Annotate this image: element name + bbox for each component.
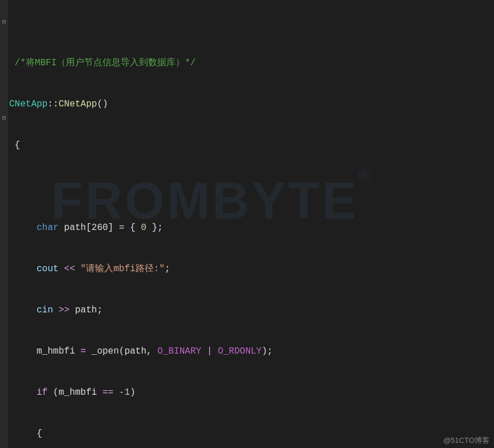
- fold-minus-icon[interactable]: ⊟: [1, 15, 7, 29]
- fold-minus-icon[interactable]: ⊟: [1, 111, 7, 125]
- code-editor[interactable]: ⊟ ⊟ /*将MBFI（用户节点信息导入到数据库）*/ CNetApp::CNe…: [0, 0, 494, 448]
- code-line: /*将MBFI（用户节点信息导入到数据库）*/: [0, 56, 494, 70]
- code-line: cin >> path;: [0, 303, 494, 317]
- code-line: m_hmbfi = _open(path, O_BINARY | O_RDONL…: [0, 344, 494, 358]
- code-line: char path[260] = { 0 };: [0, 221, 494, 235]
- code-line: cout << "请输入mbfi路径:";: [0, 262, 494, 276]
- code-line: if (m_hmbfi == -1): [0, 386, 494, 399]
- fold-gutter: ⊟ ⊟: [0, 0, 8, 448]
- code-line: [0, 180, 494, 193]
- attribution-text: @51CTO博客: [443, 435, 489, 446]
- code-line: {: [0, 427, 494, 441]
- code-line: CNetApp::CNetApp(): [0, 97, 494, 111]
- comment-text: /*将MBFI（用户节点信息导入到数据库）*/: [15, 58, 196, 68]
- code-line: {: [0, 138, 494, 152]
